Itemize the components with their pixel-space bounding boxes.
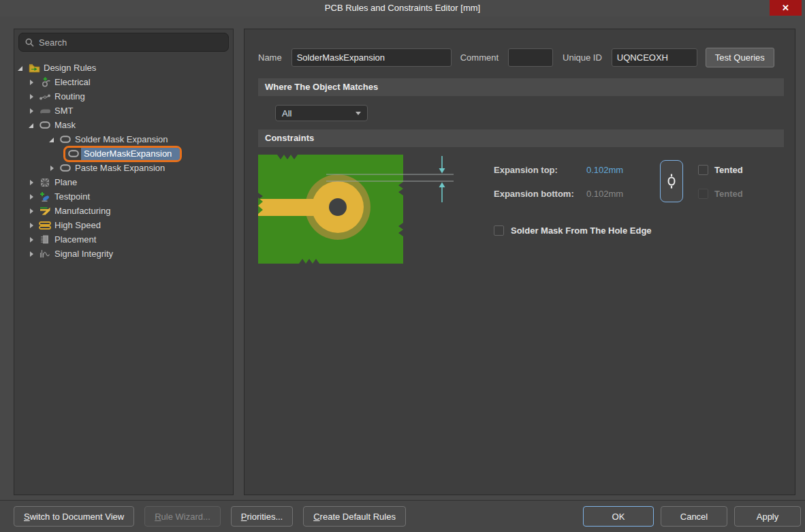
expand-arrow-icon[interactable]: [17, 64, 25, 72]
name-input[interactable]: [291, 48, 452, 67]
comment-input[interactable]: [508, 48, 553, 67]
tree-item-high-speed[interactable]: High Speed: [14, 218, 233, 232]
apply-button[interactable]: Apply: [734, 506, 801, 527]
tree-item-label: Manufacturing: [54, 206, 110, 216]
cancel-button[interactable]: Cancel: [661, 506, 727, 527]
tree-item-design-rules[interactable]: Design Rules: [14, 61, 233, 75]
search-box[interactable]: [18, 33, 229, 52]
design-rules-folder-icon: [28, 63, 40, 74]
expand-arrow-icon[interactable]: [28, 236, 36, 244]
expansion-top-label: Expansion top:: [494, 165, 586, 175]
tree-item-label: Mask: [54, 120, 76, 130]
link-values-button[interactable]: [660, 160, 683, 202]
mask-icon: [59, 163, 72, 174]
smt-icon: [39, 106, 51, 116]
tented-top-label: Tented: [714, 165, 743, 175]
tented-top-row: Tented: [698, 161, 743, 178]
name-label: Name: [258, 52, 282, 63]
where-object-matches-header: Where The Object Matches: [258, 78, 784, 96]
design-rules-tree: Design Rules Electrical: [14, 61, 233, 261]
expansion-top-value[interactable]: 0.102mm: [586, 165, 641, 175]
tree-item-label: Routing: [54, 91, 85, 101]
tree-item-soldermaskexpansion-rule[interactable]: SolderMaskExpansion: [14, 146, 233, 161]
expansion-bottom-label: Expansion bottom:: [494, 189, 586, 199]
scope-dropdown[interactable]: All: [275, 105, 368, 121]
expansion-bottom-row: Expansion bottom: 0.102mm: [494, 185, 641, 202]
expand-arrow-icon[interactable]: [28, 193, 36, 201]
tree-item-label: SMT: [54, 106, 73, 116]
expand-arrow-icon[interactable]: [28, 207, 36, 215]
tree-item-testpoint[interactable]: Testpoint: [14, 189, 233, 204]
tree-item-paste-mask-expansion[interactable]: Paste Mask Expansion: [14, 161, 233, 175]
plane-icon: [39, 177, 51, 188]
tree-item-label: Electrical: [54, 77, 91, 87]
expand-arrow-icon[interactable]: [28, 93, 36, 101]
tree-item-label: Signal Integrity: [54, 249, 113, 259]
expand-arrow-icon[interactable]: [48, 136, 57, 144]
manufacturing-icon: [39, 206, 51, 217]
priorities-button[interactable]: Priorities...: [231, 506, 293, 527]
create-default-rules-button[interactable]: Create Default Rules: [303, 506, 406, 527]
tented-bottom-row: Tented: [698, 185, 743, 202]
rule-editor-panel: Name Comment Unique ID Test Queries Wher…: [244, 29, 795, 495]
tree-item-label: High Speed: [54, 220, 101, 230]
tree-item-smt[interactable]: SMT: [14, 104, 233, 118]
signal-integrity-icon: [39, 249, 51, 260]
expand-arrow-icon[interactable]: [28, 121, 36, 129]
test-queries-button[interactable]: Test Queries: [706, 48, 774, 67]
switch-to-document-view-button[interactable]: Switch to Document View: [14, 506, 134, 527]
comment-label: Comment: [460, 52, 499, 63]
routing-icon: [39, 91, 51, 102]
expansion-bottom-value: 0.102mm: [586, 189, 641, 199]
tree-item-electrical[interactable]: Electrical: [14, 75, 233, 89]
placement-icon: [39, 234, 51, 245]
tree-item-mask[interactable]: Mask: [14, 118, 233, 132]
solder-mask-expansion-preview: [258, 155, 462, 264]
tree-item-label: Placement: [54, 234, 96, 245]
expand-arrow-icon[interactable]: [28, 78, 36, 87]
tree-item-placement[interactable]: Placement: [14, 232, 233, 247]
expansion-values: Expansion top: 0.102mm Expansion bottom:…: [494, 161, 641, 209]
tented-options: Tented Tented: [698, 161, 743, 209]
expand-arrow-icon[interactable]: [28, 178, 36, 187]
selected-rule-highlight: SolderMaskExpansion: [63, 146, 182, 162]
scope-selected-value: All: [282, 108, 291, 119]
expansion-measure-arrows: [439, 156, 445, 202]
close-button[interactable]: ✕: [770, 0, 802, 16]
search-input[interactable]: [39, 37, 222, 48]
tree-item-manufacturing[interactable]: Manufacturing: [14, 204, 233, 218]
dialog-footer: Switch to Document View Rule Wizard... P…: [0, 500, 805, 532]
window-title: PCB Rules and Constraints Editor [mm]: [0, 0, 805, 16]
expansion-top-row: Expansion top: 0.102mm: [494, 161, 641, 178]
tented-bottom-label: Tented: [714, 189, 743, 199]
chain-link-icon: [667, 173, 676, 189]
constraints-body: Expansion top: 0.102mm Expansion bottom:…: [258, 155, 781, 264]
tented-bottom-checkbox: [698, 189, 708, 199]
solder-mask-from-hole-edge-checkbox[interactable]: [494, 225, 504, 236]
tree-item-label: Paste Mask Expansion: [75, 163, 165, 173]
expand-arrow-icon[interactable]: [28, 107, 36, 115]
tree-item-label: Plane: [54, 177, 77, 187]
unique-id-input[interactable]: [612, 48, 697, 67]
solder-mask-from-hole-edge-label: Solder Mask From The Hole Edge: [511, 225, 652, 236]
testpoint-icon: [39, 191, 51, 202]
tented-top-checkbox[interactable]: [698, 165, 708, 175]
rule-wizard-button: Rule Wizard...: [144, 506, 221, 527]
tree-item-solder-mask-expansion[interactable]: Solder Mask Expansion: [14, 132, 233, 146]
tree-item-routing[interactable]: Routing: [14, 89, 233, 104]
tree-item-signal-integrity[interactable]: Signal Integrity: [14, 247, 233, 261]
constraints-header: Constraints: [258, 129, 784, 147]
expand-arrow-icon[interactable]: [28, 250, 36, 258]
expand-arrow-icon[interactable]: [28, 221, 36, 230]
tree-item-plane[interactable]: Plane: [14, 175, 233, 189]
mask-icon: [67, 148, 80, 159]
high-speed-icon: [39, 220, 51, 231]
ok-button[interactable]: OK: [583, 506, 654, 527]
expand-arrow-icon[interactable]: [48, 164, 57, 172]
hole-edge-row: Solder Mask From The Hole Edge: [494, 225, 652, 236]
title-bar: PCB Rules and Constraints Editor [mm] ✕: [0, 0, 805, 16]
unique-id-label: Unique ID: [563, 52, 602, 63]
close-icon: ✕: [782, 3, 789, 13]
search-icon: [25, 38, 34, 47]
tree-item-label: SolderMaskExpansion: [81, 148, 180, 160]
